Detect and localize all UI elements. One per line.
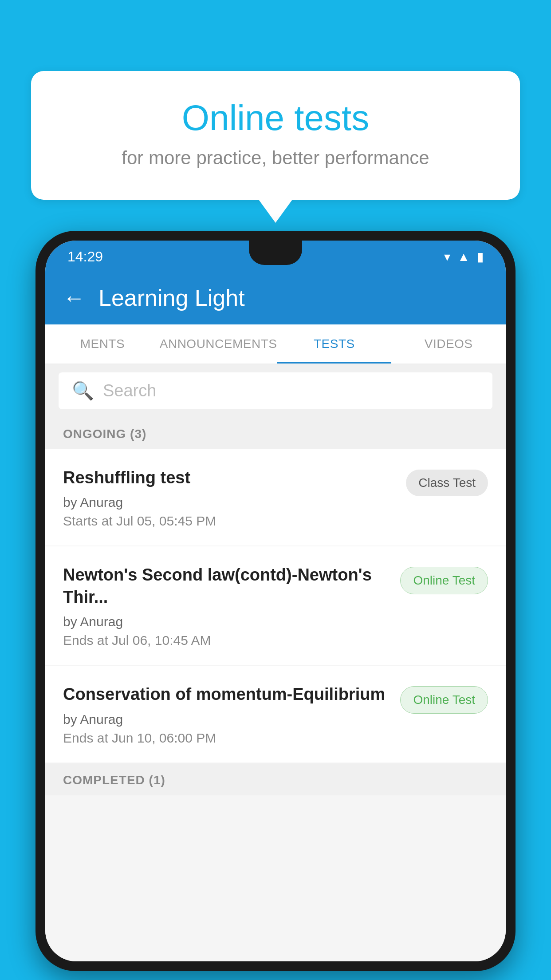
phone-notch xyxy=(249,241,302,265)
battery-icon: ▮ xyxy=(477,249,484,264)
ongoing-label: ONGOING (3) xyxy=(63,427,146,441)
promo-section: Online tests for more practice, better p… xyxy=(31,71,520,200)
test-info-newtons: Newton's Second law(contd)-Newton's Thir… xyxy=(63,564,391,648)
completed-section-header: COMPLETED (1) xyxy=(45,763,506,795)
search-box[interactable]: 🔍 Search xyxy=(59,372,492,409)
test-date-conservation: Ends at Jun 10, 06:00 PM xyxy=(63,731,391,746)
test-author-reshuffling: by Anurag xyxy=(63,495,397,510)
bubble-subtitle: for more practice, better performance xyxy=(67,147,484,169)
test-title-conservation: Conservation of momentum-Equilibrium xyxy=(63,684,391,705)
bubble-title: Online tests xyxy=(67,98,484,138)
search-container: 🔍 Search xyxy=(45,364,506,417)
search-icon: 🔍 xyxy=(72,380,94,401)
content-area: ONGOING (3) Reshuffling test by Anurag S… xyxy=(45,417,506,961)
tab-tests[interactable]: TESTS xyxy=(277,324,391,364)
tab-videos[interactable]: VIDEOS xyxy=(391,324,506,364)
app-title: Learning Light xyxy=(98,285,245,311)
test-date-reshuffling: Starts at Jul 05, 05:45 PM xyxy=(63,514,397,529)
test-info-reshuffling: Reshuffling test by Anurag Starts at Jul… xyxy=(63,467,397,529)
status-icons: ▾ ▲ ▮ xyxy=(444,249,484,264)
tab-ments[interactable]: MENTS xyxy=(45,324,160,364)
signal-icon: ▲ xyxy=(457,250,470,264)
speech-bubble: Online tests for more practice, better p… xyxy=(31,71,520,200)
test-info-conservation: Conservation of momentum-Equilibrium by … xyxy=(63,684,391,745)
wifi-icon: ▾ xyxy=(444,249,450,264)
completed-label: COMPLETED (1) xyxy=(63,773,165,787)
test-author-conservation: by Anurag xyxy=(63,712,391,727)
test-date-newtons: Ends at Jul 06, 10:45 AM xyxy=(63,633,391,648)
test-item-newtons[interactable]: Newton's Second law(contd)-Newton's Thir… xyxy=(45,546,506,665)
ongoing-section-header: ONGOING (3) xyxy=(45,417,506,449)
test-title-reshuffling: Reshuffling test xyxy=(63,467,397,489)
test-badge-newtons: Online Test xyxy=(400,567,488,594)
test-item-conservation[interactable]: Conservation of momentum-Equilibrium by … xyxy=(45,666,506,762)
tabs-bar: MENTS ANNOUNCEMENTS TESTS VIDEOS xyxy=(45,324,506,364)
test-item-reshuffling[interactable]: Reshuffling test by Anurag Starts at Jul… xyxy=(45,449,506,545)
status-time: 14:29 xyxy=(67,249,103,265)
app-bar: ← Learning Light xyxy=(45,271,506,324)
tab-announcements[interactable]: ANNOUNCEMENTS xyxy=(160,324,277,364)
phone-frame: 14:29 ▾ ▲ ▮ ← Learning Light MENTS ANNOU… xyxy=(35,231,516,971)
back-button[interactable]: ← xyxy=(63,285,85,311)
search-placeholder: Search xyxy=(103,381,156,400)
phone-screen: 14:29 ▾ ▲ ▮ ← Learning Light MENTS ANNOU… xyxy=(45,241,506,961)
test-badge-reshuffling: Class Test xyxy=(406,470,488,496)
test-author-newtons: by Anurag xyxy=(63,614,391,629)
test-title-newtons: Newton's Second law(contd)-Newton's Thir… xyxy=(63,564,391,608)
test-badge-conservation: Online Test xyxy=(400,686,488,714)
